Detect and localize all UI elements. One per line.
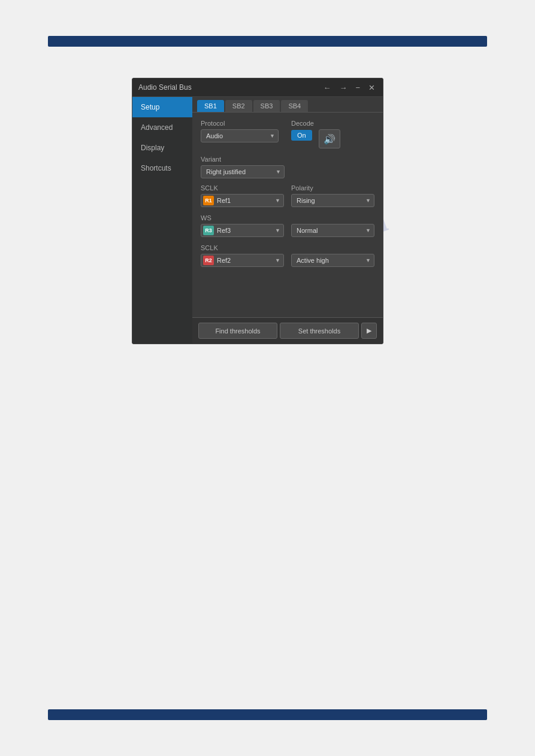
protocol-field: Protocol Audio ▼ (201, 120, 284, 142)
sclk-polarity-row: SCLK R1 Ref1 ▼ Polarity (201, 184, 374, 207)
ws-polarity-field: Normal ▼ (291, 214, 374, 237)
sclk2-polarity-select-wrapper: Active high ▼ (291, 254, 374, 267)
speaker-button[interactable]: 🔊 (319, 129, 340, 148)
dialog-body: Setup Advanced Display Shortcuts SB1 (132, 97, 383, 344)
tab-sb4[interactable]: SB4 (281, 100, 308, 112)
bottom-bar (48, 709, 487, 720)
audio-serial-bus-dialog: Audio Serial Bus ← → − ✕ Setup Advanced … (132, 78, 383, 344)
main-content: SB1 SB2 SB3 SB4 (192, 97, 383, 344)
protocol-decode-row: Protocol Audio ▼ Decode On (201, 120, 374, 148)
variant-select-wrapper: Right justified ▼ (201, 165, 285, 178)
sclk2-field: SCLK R2 Ref2 ▼ (201, 244, 284, 267)
polarity-field: Polarity Rising ▼ (291, 184, 374, 207)
sclk2-polarity-label (291, 244, 374, 251)
sidebar-item-setup[interactable]: Setup (132, 97, 192, 117)
tab-sb1[interactable]: SB1 (197, 100, 224, 112)
speaker-group: 🔊 (319, 120, 340, 148)
sclk2-label: SCLK (201, 244, 284, 251)
close-button[interactable]: ✕ (367, 84, 377, 92)
variant-row: Variant Right justified ▼ (201, 156, 374, 178)
sidebar-item-advanced[interactable]: Advanced (132, 117, 192, 138)
sclk-field: SCLK R1 Ref1 ▼ (201, 184, 284, 207)
minimize-button[interactable]: − (353, 84, 362, 92)
ws-field: WS R3 Ref3 ▼ (201, 214, 284, 237)
sclk2-activehigh-row: SCLK R2 Ref2 ▼ (201, 244, 374, 267)
ws-polarity-select-wrapper: Normal ▼ (291, 224, 374, 237)
top-bar (48, 36, 487, 47)
sidebar: Setup Advanced Display Shortcuts (132, 97, 192, 344)
sclk-label: SCLK (201, 184, 284, 192)
polarity-select[interactable]: Rising (291, 194, 374, 207)
sidebar-item-display[interactable]: Display (132, 138, 192, 158)
dialog-title: Audio Serial Bus (138, 83, 192, 92)
polarity-label: Polarity (291, 184, 374, 192)
ws-normal-row: WS R3 Ref3 ▼ (201, 214, 374, 237)
ws-ref-badge: R3 (203, 226, 214, 235)
ws-label: WS (201, 214, 284, 221)
sclk2-polarity-field: Active high ▼ (291, 244, 374, 267)
footer-bar: Find thresholds Set thresholds ▶ (192, 317, 383, 344)
sidebar-item-shortcuts[interactable]: Shortcuts (132, 158, 192, 178)
set-thresholds-arrow[interactable]: ▶ (361, 323, 377, 339)
sclk-ref-badge: R1 (203, 196, 214, 205)
dialog-wrapper: Audio Serial Bus ← → − ✕ Setup Advanced … (132, 78, 383, 344)
tab-sb2[interactable]: SB2 (225, 100, 252, 112)
polarity-select-wrapper: Rising ▼ (291, 194, 374, 207)
protocol-label: Protocol (201, 120, 284, 127)
ws-polarity-label (291, 214, 374, 221)
forward-button[interactable]: → (337, 84, 349, 92)
sclk-select-wrapper: R1 Ref1 ▼ (201, 194, 284, 207)
decode-label: Decode (291, 120, 314, 127)
ws-select-wrapper: R3 Ref3 ▼ (201, 224, 284, 237)
back-button[interactable]: ← (321, 84, 333, 92)
dialog-titlebar: Audio Serial Bus ← → − ✕ (132, 78, 383, 97)
sclk2-ref-badge: R2 (203, 256, 214, 265)
variant-select[interactable]: Right justified (201, 165, 285, 178)
sclk2-polarity-select[interactable]: Active high (291, 254, 374, 267)
tab-bar: SB1 SB2 SB3 SB4 (192, 97, 383, 113)
spacer (201, 274, 374, 310)
decode-field: Decode On 🔊 (291, 120, 374, 148)
decode-group: Decode On (291, 120, 314, 141)
content-area: Protocol Audio ▼ Decode On (192, 113, 383, 317)
decode-toggle[interactable]: On (291, 130, 312, 141)
titlebar-controls: ← → − ✕ (321, 84, 377, 92)
tab-sb3[interactable]: SB3 (253, 100, 280, 112)
protocol-select-wrapper: Audio ▼ (201, 129, 279, 142)
sclk2-select-wrapper: R2 Ref2 ▼ (201, 254, 284, 267)
set-thresholds-button[interactable]: Set thresholds (280, 323, 359, 339)
protocol-select[interactable]: Audio (201, 129, 279, 142)
ws-polarity-select[interactable]: Normal (291, 224, 374, 237)
variant-label: Variant (201, 156, 374, 163)
find-thresholds-button[interactable]: Find thresholds (198, 323, 277, 339)
